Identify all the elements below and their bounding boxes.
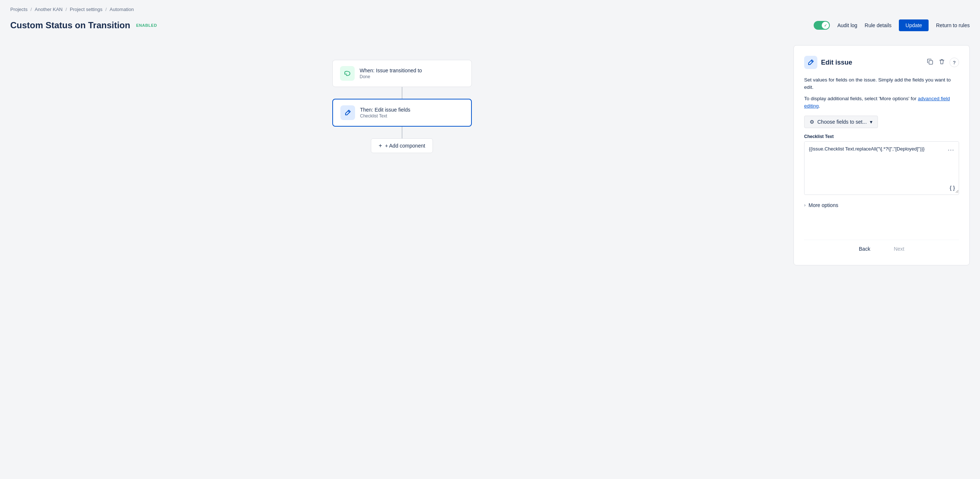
help-button[interactable]: ? [950, 58, 959, 67]
action-node[interactable]: Then: Edit issue fields Checklist Text [332, 99, 472, 127]
gear-icon: ⚙ [810, 119, 815, 125]
toggle-wrap: ✓ [814, 21, 830, 30]
breadcrumb-sep-3: / [105, 6, 107, 12]
delete-button[interactable] [938, 58, 946, 68]
breadcrumb-projects[interactable]: Projects [10, 6, 27, 12]
field-label: Checklist Text [804, 134, 959, 139]
choose-fields-button[interactable]: ⚙ Choose fields to set... ▾ [804, 116, 878, 128]
add-component-label: + Add component [385, 143, 425, 149]
next-button[interactable]: Next [886, 243, 912, 255]
trigger-icon [340, 66, 355, 81]
action-icon [340, 105, 355, 120]
main-content: When: Issue transitioned to Done Then: E… [0, 38, 980, 473]
breadcrumb-another-kan[interactable]: Another KAN [35, 6, 63, 12]
breadcrumb: Projects / Another KAN / Project setting… [0, 0, 980, 16]
enabled-badge: ENABLED [136, 22, 157, 28]
back-button[interactable]: Back [851, 243, 878, 255]
action-text: Then: Edit issue fields Checklist Text [360, 107, 410, 119]
breadcrumb-automation: Automation [110, 6, 134, 12]
panel-icon [804, 56, 817, 69]
more-options-label: More options [808, 202, 838, 208]
panel-title: Edit issue [821, 59, 922, 67]
action-subtitle: Checklist Text [360, 113, 410, 119]
toggle-check-icon: ✓ [824, 24, 827, 27]
trigger-title: When: Issue transitioned to [360, 68, 422, 73]
checklist-textarea[interactable]: {{issue.Checklist Text.replaceAll("\[.*?… [805, 142, 959, 193]
update-button[interactable]: Update [899, 19, 929, 31]
checklist-field-section: Checklist Text ··· {{issue.Checklist Tex… [804, 134, 959, 195]
enabled-toggle[interactable]: ✓ [814, 21, 830, 30]
plus-icon: + [379, 143, 382, 149]
rule-details-link[interactable]: Rule details [865, 22, 891, 28]
panel-footer: Back Next [804, 240, 959, 255]
braces-button[interactable]: { } [950, 185, 955, 191]
more-options-dots-button[interactable]: ··· [947, 145, 955, 154]
more-options-chevron-icon: › [804, 203, 806, 208]
panel-actions: ? [926, 58, 959, 68]
breadcrumb-project-settings[interactable]: Project settings [70, 6, 102, 12]
checklist-textarea-wrap: ··· {{issue.Checklist Text.replaceAll("\… [804, 141, 959, 195]
connector-line-2 [402, 127, 402, 138]
chevron-down-icon: ▾ [870, 119, 872, 125]
right-panel: Edit issue ? [794, 45, 970, 265]
panel-desc-line1: Set values for fields on the issue. Simp… [804, 76, 959, 91]
return-to-rules-button[interactable]: Return to rules [936, 22, 970, 28]
panel-header: Edit issue ? [804, 56, 959, 69]
svg-rect-0 [929, 60, 932, 64]
add-component-button[interactable]: + + Add component [371, 138, 433, 153]
header-actions: ✓ Audit log Rule details Update Return t… [814, 19, 970, 31]
canvas-area: When: Issue transitioned to Done Then: E… [10, 45, 794, 465]
audit-log-link[interactable]: Audit log [837, 22, 857, 28]
page-title: Custom Status on Transition [10, 20, 130, 30]
trigger-subtitle: Done [360, 74, 422, 79]
page-header: Custom Status on Transition ENABLED ✓ Au… [0, 16, 980, 38]
choose-fields-label: Choose fields to set... [817, 119, 867, 125]
more-options-row[interactable]: › More options [804, 201, 959, 209]
breadcrumb-sep-1: / [30, 6, 32, 12]
copy-button[interactable] [926, 58, 934, 68]
panel-description: Set values for fields on the issue. Simp… [804, 76, 959, 110]
toggle-knob: ✓ [822, 22, 829, 29]
text-field-actions: ··· [947, 145, 955, 154]
action-title: Then: Edit issue fields [360, 107, 410, 113]
breadcrumb-sep-2: / [65, 6, 67, 12]
trigger-node[interactable]: When: Issue transitioned to Done [332, 60, 472, 87]
connector-line-1 [402, 87, 402, 99]
panel-desc-line2: To display additional fields, select 'Mo… [804, 95, 959, 110]
trigger-text: When: Issue transitioned to Done [360, 68, 422, 79]
